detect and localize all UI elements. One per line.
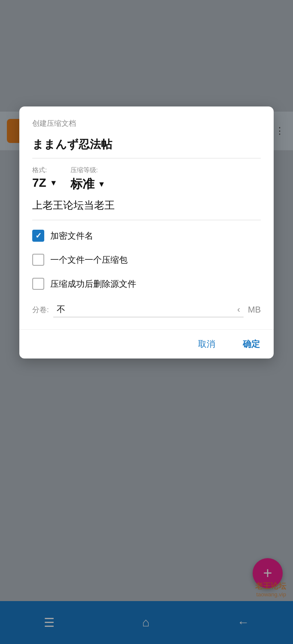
one-file-per-archive-checkbox[interactable] (32, 254, 44, 266)
checkmark-icon: ✓ (35, 231, 42, 240)
split-label: 分卷: (32, 305, 49, 315)
encrypt-filename-row: ✓ 加密文件名 (32, 230, 261, 242)
create-archive-dialog: 创建压缩文档 ままんず忍法帖 格式: 7Z ▼ 压缩等级: 标准 ▼ 上老王论坛… (19, 106, 274, 358)
level-col: 压缩等级: 标准 ▼ (70, 166, 106, 192)
level-dropdown[interactable]: 标准 ▼ (70, 176, 106, 192)
confirm-button[interactable]: 确定 (229, 330, 274, 358)
dialog-title: 创建压缩文档 (32, 118, 261, 128)
split-value[interactable]: 不 (53, 302, 234, 317)
encrypt-filename-label: 加密文件名 (50, 230, 93, 242)
delete-source-label: 压缩成功后删除源文件 (50, 278, 136, 290)
split-volume-row: 分卷: 不 ‹ MB (32, 302, 261, 317)
encrypt-filename-checkbox[interactable]: ✓ (32, 230, 44, 242)
dialog-buttons: 取消 确定 (19, 329, 274, 358)
divider-2 (32, 220, 261, 220)
divider-1 (32, 158, 261, 158)
level-dropdown-arrow: ▼ (98, 180, 106, 189)
format-label: 格式: (32, 166, 58, 174)
cancel-button[interactable]: 取消 (184, 330, 229, 358)
format-col: 格式: 7Z ▼ (32, 166, 58, 190)
one-file-per-archive-label: 一个文件一个压缩包 (50, 254, 128, 266)
one-file-per-archive-row: 一个文件一个压缩包 (32, 254, 261, 266)
format-dropdown-arrow: ▼ (50, 179, 58, 188)
delete-source-checkbox[interactable] (32, 278, 44, 290)
level-value: 标准 (70, 176, 95, 192)
format-value: 7Z (32, 176, 46, 190)
format-level-row: 格式: 7Z ▼ 压缩等级: 标准 ▼ (32, 166, 261, 192)
password-field[interactable]: 上老王论坛当老王 (32, 198, 261, 214)
split-unit: MB (248, 305, 261, 315)
dialog-filename: ままんず忍法帖 (32, 137, 261, 152)
split-input-wrap: 不 ‹ (53, 302, 244, 317)
level-label: 压缩等级: (70, 166, 106, 174)
split-arrow-icon[interactable]: ‹ (234, 304, 244, 314)
format-dropdown[interactable]: 7Z ▼ (32, 176, 58, 190)
delete-source-row: 压缩成功后删除源文件 (32, 278, 261, 290)
